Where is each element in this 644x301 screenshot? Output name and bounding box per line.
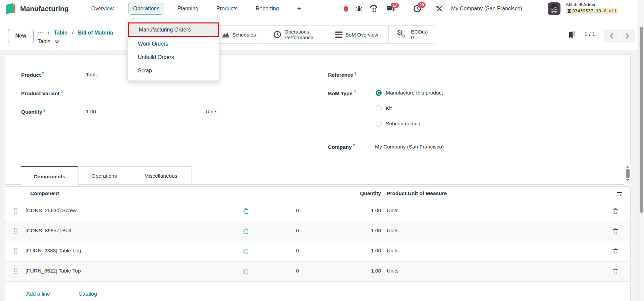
radio-subcontracting[interactable] xyxy=(376,121,382,127)
radio-kit[interactable] xyxy=(376,105,382,111)
nav-overview[interactable]: Overview xyxy=(91,0,114,17)
eco-button[interactable]: ⚙ ⚙ ECO(s) 0 xyxy=(389,26,436,43)
drag-handle-icon[interactable] xyxy=(14,228,18,235)
activities-icon[interactable]: 28 xyxy=(413,5,421,14)
quantity-cell[interactable]: 1.00 xyxy=(347,268,381,274)
breadcrumb-bill-of-materials[interactable]: Bill of Materia xyxy=(78,30,113,36)
nav-products[interactable]: Products xyxy=(216,0,237,17)
menu-item-scrap[interactable]: Scrap xyxy=(128,64,219,77)
column-header-uom[interactable]: Product Unit of Measure xyxy=(387,190,447,196)
page-scrollbar[interactable] xyxy=(638,0,644,301)
tab-components[interactable]: Components xyxy=(21,166,78,185)
operations-performance-button[interactable]: Operations Performance xyxy=(262,26,325,43)
messages-icon[interactable]: 17 xyxy=(386,5,395,14)
nav-reporting[interactable]: Reporting xyxy=(256,0,279,17)
breadcrumb-ellipsis[interactable]: ⋯ xyxy=(38,30,43,36)
phone-icon[interactable] xyxy=(370,5,377,13)
user-menu[interactable]: Mitchell Admin 93439537-18-0-all xyxy=(566,2,618,14)
inner-scrollbar-thumb[interactable] xyxy=(626,169,630,178)
quantity-cell[interactable]: 1.00 xyxy=(347,228,381,234)
column-header-quantity[interactable]: Quantity xyxy=(340,190,381,196)
consumed-cell[interactable]: 0 xyxy=(273,207,299,214)
scroll-down-icon[interactable] xyxy=(626,179,629,181)
nav-planning[interactable]: Planning xyxy=(177,0,198,17)
copy-icon[interactable] xyxy=(243,248,249,256)
add-a-line-link[interactable]: Add a line xyxy=(26,291,50,297)
gear-icon[interactable]: ⚙ xyxy=(55,39,59,44)
help-icon[interactable]: ? xyxy=(42,71,44,75)
menu-item-work-orders[interactable]: Work Orders xyxy=(128,37,219,51)
company-value[interactable]: My Company (San Francisco) xyxy=(375,144,444,150)
help-icon[interactable]: ? xyxy=(354,90,356,94)
operations-performance-line2: Performance xyxy=(284,35,313,40)
messages-badge: 17 xyxy=(391,3,399,8)
tools-icon[interactable] xyxy=(436,5,443,13)
help-icon[interactable]: ? xyxy=(353,143,355,147)
nav-operations[interactable]: Operations xyxy=(128,3,164,15)
copy-icon[interactable] xyxy=(243,207,249,216)
delete-icon[interactable] xyxy=(613,268,618,276)
pager-next-button[interactable] xyxy=(620,29,635,43)
quantity-cell[interactable]: 1.00 xyxy=(347,207,381,214)
help-icon[interactable]: ? xyxy=(43,108,46,112)
drag-handle-icon[interactable] xyxy=(14,208,18,215)
copy-icon[interactable] xyxy=(243,268,249,276)
app-name[interactable]: Manufacturing xyxy=(20,0,69,17)
column-header-component[interactable]: Component xyxy=(30,190,59,196)
quantity-cell[interactable]: 1.00 xyxy=(347,248,381,254)
breadcrumb-table[interactable]: Table xyxy=(54,30,67,36)
table-row[interactable]: [CONS_89957] Bolt 0 1.00 Units xyxy=(5,221,630,241)
table-row[interactable]: [CONS_25630] Screw 0 1.00 Units xyxy=(5,201,630,221)
new-button[interactable]: New xyxy=(8,29,34,43)
bookmark-icon[interactable] xyxy=(568,30,576,41)
table-row[interactable]: [FURN_8522] Table Top 0 1.00 Units xyxy=(5,261,630,282)
bug-icon[interactable] xyxy=(356,5,362,13)
consumed-cell[interactable]: 0 xyxy=(273,228,299,234)
page-scrollbar-thumb[interactable] xyxy=(640,27,643,213)
scroll-up-icon[interactable] xyxy=(626,166,629,168)
plus-icon[interactable]: + xyxy=(297,0,301,17)
area-chart-icon xyxy=(222,32,229,38)
consumed-cell[interactable]: 0 xyxy=(273,268,299,274)
catalog-link[interactable]: Catalog xyxy=(78,291,97,297)
record-icon[interactable] xyxy=(344,6,348,12)
schedules-button[interactable]: Schedules xyxy=(216,26,262,43)
company-switcher[interactable]: My Company (San Francisco) xyxy=(451,0,522,17)
pager-previous-button[interactable] xyxy=(604,29,619,43)
menu-item-unbuild-orders[interactable]: Unbuild Orders xyxy=(128,51,219,64)
uom-cell[interactable]: Units xyxy=(387,207,398,214)
component-cell[interactable]: [CONS_89957] Bolt xyxy=(25,228,71,234)
chevron-left-icon xyxy=(610,33,613,39)
copy-icon[interactable] xyxy=(243,228,249,236)
help-icon[interactable]: ? xyxy=(61,90,63,94)
tab-operations[interactable]: Operations xyxy=(78,166,130,185)
consumed-cell[interactable]: 0 xyxy=(273,248,299,254)
component-cell[interactable]: [CONS_25630] Screw xyxy=(25,207,77,214)
radio-label-subcontracting[interactable]: Subcontracting xyxy=(386,121,420,127)
delete-icon[interactable] xyxy=(613,248,618,256)
manufacturing-app-icon[interactable] xyxy=(5,3,18,14)
bom-overview-button[interactable]: BoM Overview xyxy=(325,26,389,43)
optional-columns-icon[interactable] xyxy=(616,190,623,198)
uom-cell[interactable]: Units xyxy=(387,228,398,234)
radio-label-kit[interactable]: Kit xyxy=(386,105,392,111)
delete-icon[interactable] xyxy=(613,228,618,236)
inner-scrollbar[interactable] xyxy=(624,165,631,187)
uom-cell[interactable]: Units xyxy=(387,248,398,254)
component-cell[interactable]: [FURN_8522] Table Top xyxy=(25,268,81,274)
table-row[interactable]: [FURN_2333] Table Leg 0 1.00 Units xyxy=(5,241,630,261)
drag-handle-icon[interactable] xyxy=(14,268,18,275)
drag-handle-icon[interactable] xyxy=(14,248,18,255)
help-icon[interactable]: ? xyxy=(354,71,357,75)
user-avatar[interactable] xyxy=(548,2,560,16)
quantity-uom[interactable]: Units xyxy=(206,109,217,115)
component-cell[interactable]: [FURN_2333] Table Leg xyxy=(25,248,81,254)
product-value[interactable]: Table xyxy=(86,72,98,78)
menu-item-manufacturing-orders[interactable]: Manufacturing Orders xyxy=(128,22,219,37)
uom-cell[interactable]: Units xyxy=(387,268,398,274)
radio-label-manufacture[interactable]: Manufacture this product xyxy=(386,90,443,96)
delete-icon[interactable] xyxy=(613,208,618,216)
quantity-value[interactable]: 1.00 xyxy=(86,109,96,115)
radio-manufacture-this-product[interactable] xyxy=(376,90,382,96)
tab-miscellaneous[interactable]: Miscellaneous xyxy=(130,166,192,185)
